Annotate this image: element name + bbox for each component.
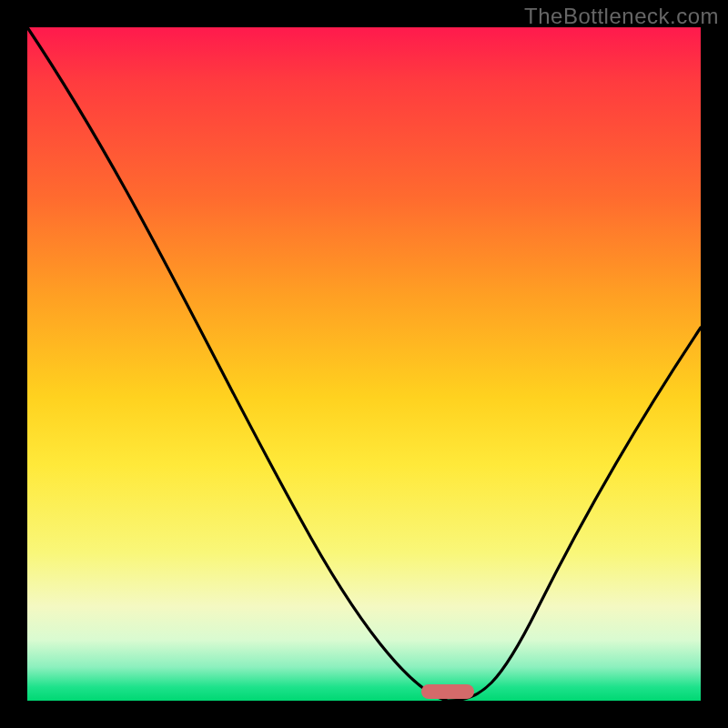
optimal-marker xyxy=(421,684,474,699)
bottleneck-curve xyxy=(27,27,701,701)
curve-path xyxy=(27,27,701,701)
watermark-text: TheBottleneck.com xyxy=(524,4,719,29)
chart-frame: TheBottleneck.com xyxy=(0,0,728,728)
